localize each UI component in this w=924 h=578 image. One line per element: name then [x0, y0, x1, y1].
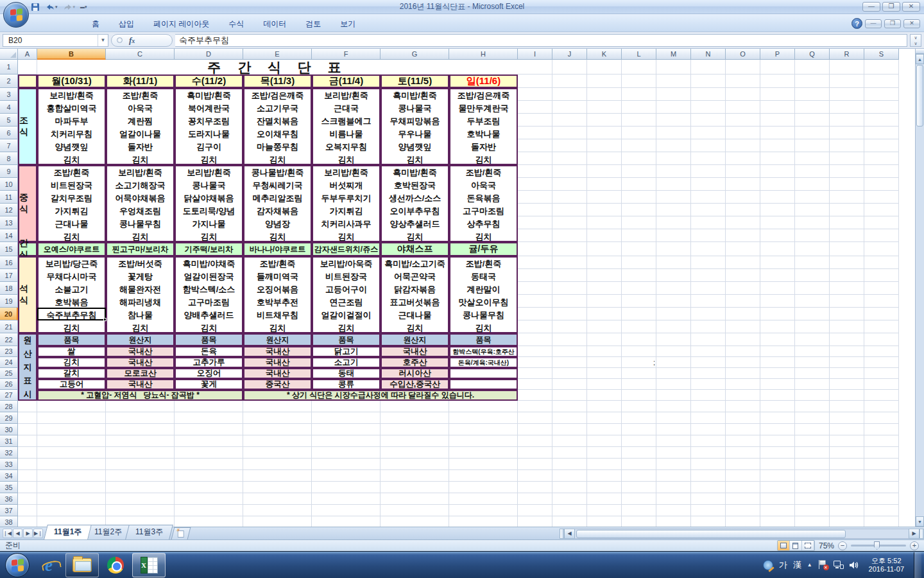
cell-R8[interactable]: [830, 152, 864, 165]
cell-I19[interactable]: [518, 295, 552, 308]
cell-C30[interactable]: [106, 424, 175, 435]
language-icon[interactable]: [763, 560, 773, 570]
section-label-lunch[interactable]: 중식: [18, 165, 37, 242]
cell-Q37[interactable]: [795, 505, 830, 516]
cell-Q11[interactable]: [795, 191, 830, 204]
cell-H33[interactable]: [449, 459, 518, 470]
cell-R34[interactable]: [830, 470, 864, 482]
cell-P2[interactable]: [760, 74, 795, 88]
close-button[interactable]: ✕: [902, 2, 920, 12]
cell-M4[interactable]: [656, 101, 691, 114]
column-header-O[interactable]: O: [726, 49, 760, 60]
cell-S8[interactable]: [864, 152, 899, 165]
cell-I33[interactable]: [518, 459, 552, 470]
cell-R23[interactable]: [830, 346, 864, 357]
cell-Q10[interactable]: [795, 178, 830, 191]
sheet-tab-11월3주[interactable]: 11월3주: [125, 525, 173, 539]
cell-L13[interactable]: [622, 216, 656, 229]
cell-D38[interactable]: [175, 516, 243, 527]
cell-K23[interactable]: [587, 346, 622, 357]
cell-K29[interactable]: [587, 412, 622, 424]
sheet-tab-11월1주[interactable]: 11월1주: [44, 525, 92, 539]
horizontal-scrollbar[interactable]: ◀ ▶: [560, 527, 924, 539]
cell-I31[interactable]: [518, 435, 552, 447]
cell-J29[interactable]: [552, 412, 587, 424]
cell-S27[interactable]: [864, 390, 899, 401]
row-header-31[interactable]: 31: [0, 435, 18, 447]
cell-R35[interactable]: [830, 482, 864, 493]
cell-K15[interactable]: [587, 242, 622, 256]
cell-S35[interactable]: [864, 482, 899, 493]
scroll-up-icon[interactable]: ▲: [916, 54, 924, 64]
cell-S37[interactable]: [864, 505, 899, 516]
meal-block-dinner-sun[interactable]: 조밥/흰죽동태국계란말이맛살오이무침콩나물무침김치: [449, 256, 518, 333]
cell-K36[interactable]: [587, 493, 622, 505]
cell-S22[interactable]: [864, 333, 899, 346]
cell-K21[interactable]: [587, 320, 622, 333]
cell-P24[interactable]: [760, 357, 795, 368]
cell-S26[interactable]: [864, 379, 899, 390]
cell-M28[interactable]: [656, 401, 691, 412]
day-header-tue[interactable]: 화(11/1): [106, 74, 175, 88]
cell-Q25[interactable]: [795, 368, 830, 379]
cell-Q9[interactable]: [795, 165, 830, 178]
cell-R9[interactable]: [830, 165, 864, 178]
cell-P38[interactable]: [760, 516, 795, 527]
cell-I38[interactable]: [518, 516, 552, 527]
cell-J35[interactable]: [552, 482, 587, 493]
cell-R12[interactable]: [830, 204, 864, 216]
cell-O12[interactable]: [726, 204, 760, 216]
cell-K13[interactable]: [587, 216, 622, 229]
cell-I4[interactable]: [518, 101, 552, 114]
origin-cell-1-6[interactable]: 돈육/계육:국내산): [449, 357, 518, 368]
row-header-3[interactable]: 3: [0, 88, 18, 101]
day-header-fri[interactable]: 금(11/4): [312, 74, 381, 88]
cell-L22[interactable]: [622, 333, 656, 346]
cell-M10[interactable]: [656, 178, 691, 191]
cell-M5[interactable]: [656, 114, 691, 127]
cell-P1[interactable]: [760, 60, 795, 74]
cell-M23[interactable]: [656, 346, 691, 357]
cell-K38[interactable]: [587, 516, 622, 527]
cell-N23[interactable]: [691, 346, 726, 357]
cell-O20[interactable]: [726, 308, 760, 320]
cell-L8[interactable]: [622, 152, 656, 165]
cell-I12[interactable]: [518, 204, 552, 216]
section-label-snack[interactable]: 간식: [18, 242, 37, 256]
cell-B32[interactable]: [37, 447, 106, 459]
cell-N9[interactable]: [691, 165, 726, 178]
origin-cell-3-6[interactable]: [449, 379, 518, 390]
cell-Q8[interactable]: [795, 152, 830, 165]
cell-Q38[interactable]: [795, 516, 830, 527]
cell-E34[interactable]: [243, 470, 312, 482]
cell-M1[interactable]: [656, 60, 691, 74]
cell-S16[interactable]: [864, 256, 899, 269]
cell-M6[interactable]: [656, 127, 691, 139]
cell-J25[interactable]: [552, 368, 587, 379]
cell-R25[interactable]: [830, 368, 864, 379]
cell-G38[interactable]: [381, 516, 449, 527]
row-header-26[interactable]: 26: [0, 379, 18, 390]
cell-S36[interactable]: [864, 493, 899, 505]
cell-P21[interactable]: [760, 320, 795, 333]
origin-cell-0-6[interactable]: 함박스텍(우육:호주산: [449, 346, 518, 357]
cell-O19[interactable]: [726, 295, 760, 308]
column-header-S[interactable]: S: [864, 49, 899, 60]
cell-K30[interactable]: [587, 424, 622, 435]
cell-J23[interactable]: [552, 346, 587, 357]
cell-I28[interactable]: [518, 401, 552, 412]
cell-G28[interactable]: [381, 401, 449, 412]
cell-L18[interactable]: [622, 282, 656, 295]
meal-block-lunch-fri[interactable]: 보리밥/흰죽버섯찌개두부두루치기가지튀김치커리사과무김치: [312, 165, 381, 242]
cell-O18[interactable]: [726, 282, 760, 295]
cell-S7[interactable]: [864, 139, 899, 152]
cell-F32[interactable]: [312, 447, 381, 459]
cell-K4[interactable]: [587, 101, 622, 114]
cell-D29[interactable]: [175, 412, 243, 424]
cell-J22[interactable]: [552, 333, 587, 346]
cell-S25[interactable]: [864, 368, 899, 379]
origin-header-5[interactable]: 원산지: [381, 333, 449, 346]
cell-L9[interactable]: [622, 165, 656, 178]
cell-L30[interactable]: [622, 424, 656, 435]
row-header-18[interactable]: 18: [0, 282, 18, 295]
